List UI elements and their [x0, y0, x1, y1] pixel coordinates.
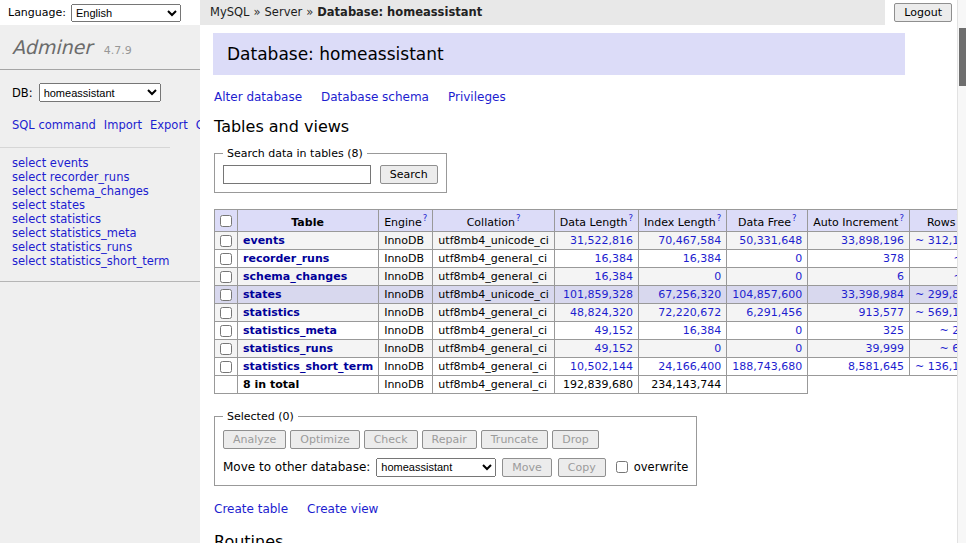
create-link[interactable]: Create view	[307, 502, 378, 516]
database-action-link[interactable]: Database schema	[321, 90, 429, 104]
index-length-link[interactable]: 0	[714, 342, 721, 355]
bulk-action-button[interactable]: Repair	[422, 430, 477, 449]
row-checkbox[interactable]	[220, 271, 232, 283]
auto-increment-link[interactable]: 378	[883, 252, 904, 265]
database-action-link[interactable]: Privileges	[448, 90, 506, 104]
sidebar-table-link[interactable]: select schema_changes	[12, 185, 188, 199]
data-free-link[interactable]: 0	[795, 270, 802, 283]
bulk-action-button[interactable]: Analyze	[223, 430, 286, 449]
column-help-link[interactable]: ?	[717, 213, 722, 223]
data-free-link[interactable]: 0	[795, 324, 802, 337]
rows-count-link[interactable]: ~ 569,159	[915, 306, 957, 319]
language-select[interactable]: English	[71, 4, 181, 22]
search-button[interactable]: Search	[380, 165, 438, 184]
data-length-link[interactable]: 31,522,816	[570, 234, 633, 247]
bulk-action-button[interactable]: Drop	[552, 430, 598, 449]
table-name-link[interactable]: schema_changes	[243, 270, 347, 283]
rows-count-link[interactable]: ~ 628	[939, 342, 957, 355]
table-name-link[interactable]: events	[243, 234, 285, 247]
sidebar-action-link[interactable]: Export	[150, 118, 188, 132]
sidebar-table-link[interactable]: select events	[12, 157, 188, 171]
data-length-link[interactable]: 10,502,144	[570, 360, 633, 373]
row-checkbox[interactable]	[220, 235, 232, 247]
auto-increment-link[interactable]: 913,577	[858, 306, 904, 319]
auto-increment-link[interactable]: 6	[897, 270, 904, 283]
copy-button[interactable]: Copy	[558, 458, 606, 477]
sidebar-table-link[interactable]: select recorder_runs	[12, 171, 188, 185]
index-length-link[interactable]: 24,166,400	[658, 360, 721, 373]
auto-increment-link[interactable]: 325	[883, 324, 904, 337]
table-name-link[interactable]: statistics_short_term	[243, 360, 373, 373]
move-button[interactable]: Move	[502, 458, 552, 477]
auto-increment-link[interactable]: 33,398,984	[841, 288, 904, 301]
rows-count-link[interactable]: ~ 244	[939, 324, 957, 337]
select-all-checkbox[interactable]	[220, 215, 232, 227]
row-checkbox[interactable]	[220, 289, 232, 301]
table-name-link[interactable]: statistics	[243, 306, 300, 319]
data-length-link[interactable]: 49,152	[595, 324, 634, 337]
index-length-link[interactable]: 16,384	[683, 324, 722, 337]
auto-increment-link[interactable]: 39,999	[865, 342, 904, 355]
sidebar-table-link[interactable]: select statistics_runs	[12, 241, 188, 255]
sidebar-action-link[interactable]: Import	[104, 118, 142, 132]
adminer-logo-link[interactable]: Adminer	[12, 36, 92, 58]
row-checkbox[interactable]	[220, 361, 232, 373]
table-name-link[interactable]: statistics_meta	[243, 324, 337, 337]
scrollbar-track[interactable]	[957, 0, 966, 543]
rows-count-link[interactable]: ~ 136,108	[915, 360, 957, 373]
sidebar-table-link[interactable]: select statistics_meta	[12, 227, 188, 241]
rows-count-link[interactable]: ~ 312,180	[915, 234, 957, 247]
auto-increment-link[interactable]: 33,898,196	[841, 234, 904, 247]
index-length-link[interactable]: 70,467,584	[658, 234, 721, 247]
index-length-link[interactable]: 72,220,672	[658, 306, 721, 319]
data-free-link[interactable]: 188,743,680	[732, 360, 802, 373]
data-length-link[interactable]: 16,384	[595, 252, 634, 265]
row-checkbox[interactable]	[220, 307, 232, 319]
logout-button[interactable]: Logout	[894, 3, 952, 22]
row-checkbox[interactable]	[220, 253, 232, 265]
column-help-link[interactable]: ?	[516, 213, 521, 223]
create-link[interactable]: Create table	[214, 502, 288, 516]
bulk-action-button[interactable]: Optimize	[290, 430, 359, 449]
column-help-link[interactable]: ?	[629, 213, 634, 223]
scrollbar-thumb[interactable]	[959, 28, 966, 86]
bulk-action-button[interactable]: Truncate	[481, 430, 548, 449]
data-free-link[interactable]: 6,291,456	[746, 306, 802, 319]
table-name-link[interactable]: recorder_runs	[243, 252, 329, 265]
data-free-link[interactable]: 104,857,600	[732, 288, 802, 301]
bulk-action-button[interactable]: Check	[364, 430, 418, 449]
auto-increment-link[interactable]: 8,581,645	[848, 360, 904, 373]
overwrite-checkbox[interactable]	[616, 461, 628, 473]
sidebar-table-link[interactable]: select states	[12, 199, 188, 213]
data-length-link[interactable]: 49,152	[595, 342, 634, 355]
db-select[interactable]: homeassistant	[39, 83, 161, 102]
data-free-link[interactable]: 0	[795, 252, 802, 265]
sidebar: Adminer 4.7.9 DB: homeassistant SQL comm…	[0, 25, 200, 543]
routines-section-title: Routines	[214, 532, 905, 543]
sidebar-table-link[interactable]: select statistics_short_term	[12, 255, 188, 269]
row-checkbox[interactable]	[220, 325, 232, 337]
index-length-link[interactable]: 67,256,320	[658, 288, 721, 301]
data-length-link[interactable]: 101,859,328	[563, 288, 633, 301]
breadcrumb-link-server[interactable]: Server	[265, 5, 303, 19]
data-length-link[interactable]: 16,384	[595, 270, 634, 283]
column-help-link[interactable]: ?	[423, 213, 428, 223]
data-free-link[interactable]: 50,331,648	[739, 234, 802, 247]
column-help-link[interactable]: ?	[792, 213, 797, 223]
row-checkbox[interactable]	[220, 343, 232, 355]
sidebar-action-link[interactable]: SQL command	[12, 118, 96, 132]
index-length-link[interactable]: 16,384	[683, 252, 722, 265]
rows-count-link[interactable]: ~ 299,833	[915, 288, 957, 301]
breadcrumb-link-mysql[interactable]: MySQL	[210, 5, 250, 19]
index-length-link[interactable]: 0	[714, 270, 721, 283]
data-length-link[interactable]: 48,824,320	[570, 306, 633, 319]
column-help-link[interactable]: ?	[899, 213, 904, 223]
sidebar-table-link[interactable]: select statistics	[12, 213, 188, 227]
table-name-link[interactable]: states	[243, 288, 282, 301]
overwrite-label[interactable]: overwrite	[634, 460, 689, 474]
data-free-link[interactable]: 0	[795, 342, 802, 355]
database-action-link[interactable]: Alter database	[214, 90, 302, 104]
search-input[interactable]	[223, 165, 371, 184]
table-name-link[interactable]: statistics_runs	[243, 342, 333, 355]
move-db-select[interactable]: homeassistant	[376, 458, 496, 477]
